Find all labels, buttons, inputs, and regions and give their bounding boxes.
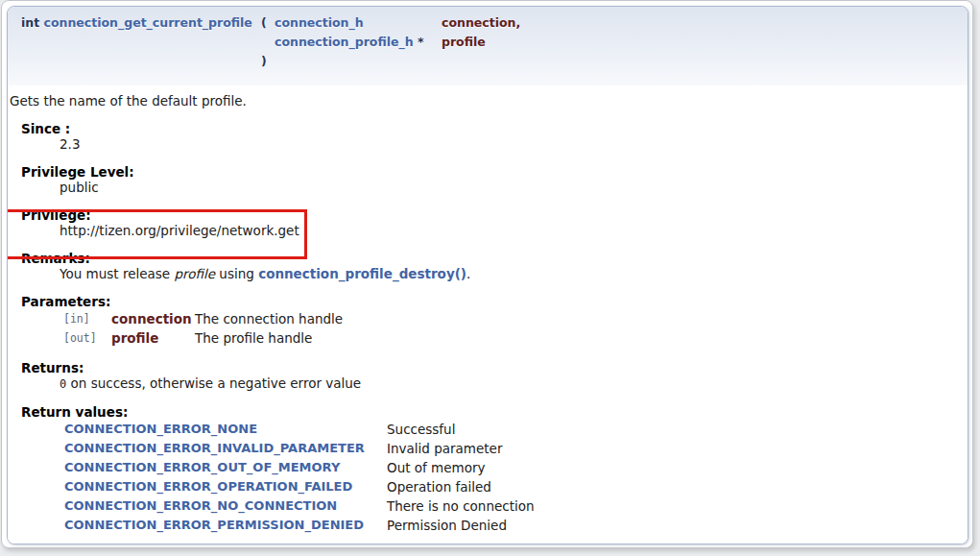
privilege-label: Privilege:: [21, 207, 958, 223]
since-section: Since : 2.3: [21, 121, 958, 152]
param-name: connection: [442, 15, 515, 30]
remarks-text-middle: using: [215, 266, 258, 281]
parameters-label: Parameters:: [21, 294, 958, 309]
return-value-row: CONNECTION_ERROR_NO_CONNECTION There is …: [64, 496, 535, 516]
open-paren: (: [261, 13, 275, 33]
parameters-section: Parameters: [in] connection The connecti…: [21, 294, 958, 348]
close-paren: ): [261, 52, 275, 71]
error-code-link[interactable]: CONNECTION_ERROR_OUT_OF_MEMORY: [64, 460, 340, 474]
error-code-link[interactable]: CONNECTION_ERROR_NO_CONNECTION: [64, 498, 337, 513]
error-code-link[interactable]: CONNECTION_ERROR_INVALID_PARAMETER: [64, 441, 365, 455]
param-separator: ,: [515, 15, 520, 30]
error-code-description: There is no connection: [387, 496, 535, 516]
privilege-url: http://tizen.org/privilege/network.get: [60, 223, 958, 238]
privilege-level-section: Privilege Level: public: [21, 164, 958, 195]
page-container: int connection_get_current_profile ( con…: [1, 0, 973, 548]
since-label: Since :: [21, 121, 958, 136]
function-signature: int connection_get_current_profile ( con…: [8, 7, 968, 85]
return-value-row: CONNECTION_ERROR_OPERATION_FAILED Operat…: [64, 477, 535, 496]
parameters-table: [in] connection The connection handle [o…: [63, 309, 343, 348]
return-value-row: CONNECTION_ERROR_PERMISSION_DENIED Permi…: [64, 516, 535, 535]
param-name: profile: [442, 35, 486, 49]
parameter-row: [out] profile The profile handle: [63, 328, 343, 348]
return-value-row: CONNECTION_ERROR_OUT_OF_MEMORY Out of me…: [64, 458, 535, 477]
remarks-label: Remarks:: [21, 251, 958, 266]
signature-table: int connection_get_current_profile ( con…: [21, 13, 520, 71]
remarks-text-before: You must release: [60, 266, 174, 281]
param-type-cell: connection_profile_h *: [275, 33, 442, 52]
param-description: The profile handle: [195, 328, 343, 348]
param-name-cell: profile: [442, 33, 520, 52]
error-code-link[interactable]: CONNECTION_ERROR_NONE: [64, 422, 257, 436]
privilege-section: Privilege: http://tizen.org/privilege/ne…: [21, 207, 958, 238]
error-code-description: Invalid parameter: [387, 439, 535, 458]
param-name: connection: [111, 309, 195, 328]
function-documentation: Gets the name of the default profile. Si…: [8, 85, 968, 544]
function-name-link[interactable]: connection_get_current_profile: [44, 15, 252, 30]
param-name: profile: [111, 328, 195, 348]
signature-return-and-name: int connection_get_current_profile: [21, 13, 261, 33]
privilege-highlight-wrap: Privilege: http://tizen.org/privilege/ne…: [10, 207, 958, 238]
param-type-cell: connection_h: [275, 13, 442, 33]
returns-label: Returns:: [21, 360, 958, 375]
remarks-text: You must release profile using connectio…: [60, 266, 958, 281]
param-type-link[interactable]: connection_profile_h: [275, 35, 414, 49]
returns-section: Returns: 0 on success, otherwise a negat…: [21, 360, 958, 392]
remarks-param-emphasis: profile: [174, 266, 215, 281]
destroy-function-link[interactable]: connection_profile_destroy(): [258, 266, 466, 281]
error-code-description: Successful: [387, 420, 535, 439]
error-code-link[interactable]: CONNECTION_ERROR_PERMISSION_DENIED: [64, 518, 364, 532]
param-direction: [out]: [63, 328, 111, 348]
privilege-level-value: public: [60, 180, 958, 195]
since-value: 2.3: [60, 136, 958, 152]
return-values-table: CONNECTION_ERROR_NONE Successful CONNECT…: [64, 420, 535, 535]
remarks-section: Remarks: You must release profile using …: [21, 251, 958, 281]
return-type: int: [21, 15, 39, 30]
error-code-description: Permission Denied: [387, 516, 535, 535]
pointer-star: *: [418, 35, 424, 49]
return-value-row: CONNECTION_ERROR_NONE Successful: [64, 420, 535, 439]
return-value-row: CONNECTION_ERROR_INVALID_PARAMETER Inval…: [64, 439, 535, 458]
privilege-level-label: Privilege Level:: [21, 164, 958, 180]
error-code-description: Operation failed: [387, 477, 535, 496]
function-doc-item: int connection_get_current_profile ( con…: [7, 6, 968, 544]
param-direction: [in]: [63, 309, 111, 328]
param-type-link[interactable]: connection_h: [275, 15, 364, 30]
return-values-label: Return values:: [21, 404, 958, 420]
error-code-description: Out of memory: [387, 458, 535, 477]
error-code-link[interactable]: CONNECTION_ERROR_OPERATION_FAILED: [64, 479, 352, 494]
remarks-text-after: .: [466, 266, 470, 281]
param-name-cell: connection,: [442, 13, 520, 33]
returns-description: on success, otherwise a negative error v…: [66, 375, 361, 391]
return-values-section: Return values: CONNECTION_ERROR_NONE Suc…: [21, 404, 958, 535]
parameter-row: [in] connection The connection handle: [63, 309, 343, 328]
param-description: The connection handle: [195, 309, 343, 328]
returns-text: 0 on success, otherwise a negative error…: [60, 375, 958, 392]
function-description: Gets the name of the default profile.: [10, 93, 958, 109]
